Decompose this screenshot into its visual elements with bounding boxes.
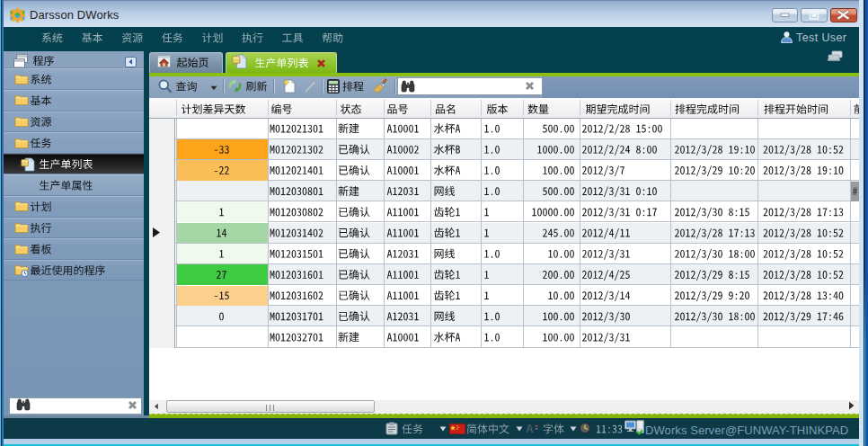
svg-text:A: A (526, 423, 534, 434)
